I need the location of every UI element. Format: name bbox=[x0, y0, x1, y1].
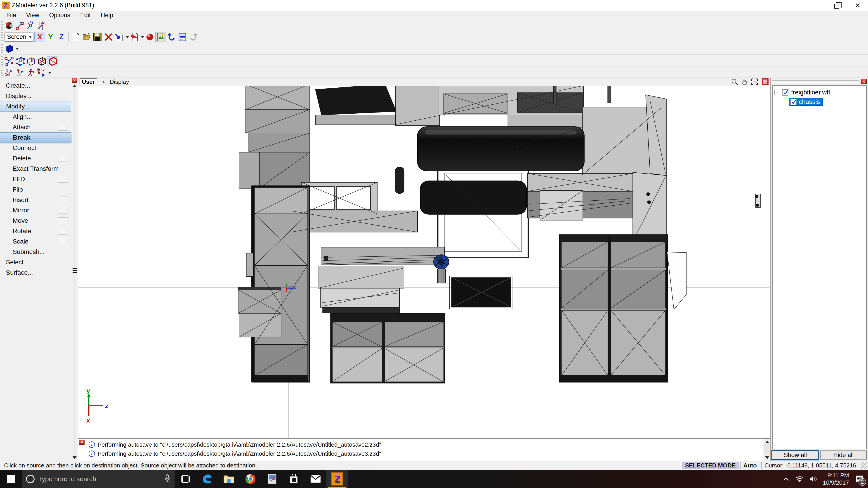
menu-file[interactable]: File bbox=[1, 11, 21, 19]
axis-z-toggle[interactable]: Z bbox=[56, 32, 67, 42]
compound-tools-icon[interactable] bbox=[36, 68, 47, 78]
edges-mode-button[interactable] bbox=[25, 56, 36, 66]
level-dropdown-icon[interactable] bbox=[16, 48, 19, 50]
faces-mode-button[interactable] bbox=[36, 56, 47, 66]
cmd-break[interactable]: Break bbox=[0, 132, 71, 143]
tray-chevron-icon[interactable] bbox=[780, 477, 793, 481]
delete-options-button[interactable] bbox=[58, 155, 68, 162]
chrome-icon[interactable] bbox=[240, 470, 261, 488]
minimize-button[interactable]: — bbox=[806, 0, 827, 11]
close-button[interactable]: ✕ bbox=[847, 0, 868, 11]
attach-options-button[interactable] bbox=[58, 124, 68, 131]
axis-x-toggle[interactable]: X bbox=[34, 32, 45, 42]
cmd-submesh[interactable]: Submesh... bbox=[0, 247, 71, 257]
pan-hand-icon[interactable] bbox=[740, 78, 749, 86]
show-all-button[interactable]: Show all bbox=[772, 451, 818, 459]
scroll-track[interactable] bbox=[74, 87, 75, 267]
viewport-maximize-button[interactable] bbox=[762, 78, 769, 85]
viewport-tab-user[interactable]: User bbox=[80, 78, 97, 86]
save-file-button[interactable] bbox=[92, 32, 103, 42]
cmd-move[interactable]: Move bbox=[0, 216, 71, 226]
root-label[interactable]: freightliner.wft bbox=[791, 89, 830, 96]
material-editor-button[interactable] bbox=[145, 32, 155, 42]
store-icon[interactable] bbox=[283, 470, 305, 488]
region-select-icon[interactable] bbox=[749, 78, 760, 86]
collapse-icon[interactable]: − bbox=[774, 90, 780, 95]
commands-close-icon[interactable]: ✕ bbox=[72, 78, 77, 83]
render-mode-icon[interactable] bbox=[4, 21, 14, 31]
breadcrumb-back[interactable]: < bbox=[102, 78, 105, 86]
export-dropdown-icon[interactable] bbox=[141, 36, 145, 38]
cmd-delete[interactable]: Delete bbox=[0, 153, 71, 164]
cmd-select[interactable]: Select... bbox=[0, 257, 71, 267]
menu-view[interactable]: View bbox=[21, 11, 44, 19]
chassis-visibility-checkbox[interactable] bbox=[790, 99, 797, 105]
new-file-button[interactable] bbox=[70, 32, 81, 42]
background-image-button[interactable] bbox=[155, 32, 166, 42]
import-button[interactable] bbox=[114, 32, 125, 42]
taskbar-search[interactable]: Type here to search bbox=[22, 470, 175, 488]
cmd-flip[interactable]: Flip bbox=[0, 184, 71, 195]
cmd-mirror[interactable]: Mirror bbox=[0, 205, 71, 216]
splitter-grip-icon[interactable] bbox=[72, 268, 76, 274]
vertex-tool-icon[interactable] bbox=[25, 21, 36, 31]
axis-y-toggle[interactable]: Y bbox=[45, 32, 56, 42]
menu-help[interactable]: Help bbox=[96, 11, 118, 19]
objects-mode-button[interactable] bbox=[47, 56, 58, 66]
log-scrollbar[interactable] bbox=[764, 439, 770, 461]
view-mode-select[interactable]: Screen ▾ bbox=[4, 33, 33, 41]
object-level-icon[interactable] bbox=[4, 44, 14, 54]
restore-button[interactable] bbox=[827, 0, 847, 11]
skeleton-icon[interactable] bbox=[25, 68, 36, 78]
redo-button[interactable] bbox=[188, 32, 199, 42]
cube-vertices-button[interactable] bbox=[14, 56, 25, 66]
move-options-button[interactable] bbox=[58, 217, 68, 224]
cmd-surface[interactable]: Surface... bbox=[0, 267, 71, 278]
tree-row-root[interactable]: − freightliner.wft bbox=[774, 88, 865, 97]
import-dropdown-icon[interactable] bbox=[125, 36, 129, 38]
menu-edit[interactable]: Edit bbox=[75, 11, 96, 19]
undo-button[interactable] bbox=[166, 32, 177, 42]
status-auto[interactable]: Auto bbox=[740, 462, 760, 469]
paint-icon[interactable] bbox=[261, 470, 283, 488]
scroll-track[interactable] bbox=[74, 275, 75, 455]
microphone-icon[interactable] bbox=[164, 474, 170, 484]
uv-mapper-gray-icon[interactable] bbox=[4, 68, 14, 78]
mail-icon[interactable] bbox=[305, 470, 327, 488]
cmd-ffd[interactable]: FFD bbox=[0, 174, 71, 184]
action-center-button[interactable]: 2 bbox=[852, 470, 867, 488]
zoom-icon[interactable] bbox=[730, 78, 740, 86]
open-file-button[interactable] bbox=[81, 32, 92, 42]
wifi-icon[interactable] bbox=[794, 475, 806, 483]
vertices-mode-button[interactable] bbox=[4, 56, 14, 66]
cmd-scale[interactable]: Scale bbox=[0, 236, 71, 247]
grid-snap-icon[interactable] bbox=[36, 21, 47, 31]
scroll-up-icon[interactable] bbox=[72, 85, 76, 87]
commands-scrollbar[interactable]: ✕ bbox=[71, 78, 78, 461]
hide-all-button[interactable]: Hide all bbox=[820, 451, 867, 459]
insert-options-button[interactable] bbox=[58, 197, 68, 203]
cmd-create[interactable]: Create... bbox=[0, 80, 71, 91]
cmd-attach[interactable]: Attach bbox=[0, 122, 71, 132]
scroll-down-icon[interactable] bbox=[765, 456, 769, 459]
helpers-dropdown-icon[interactable] bbox=[48, 72, 52, 74]
rotate-options-button[interactable] bbox=[58, 228, 68, 234]
tree-row-chassis[interactable]: chassis bbox=[782, 97, 865, 107]
delete-button[interactable] bbox=[103, 32, 114, 42]
viewport-canvas[interactable]: y z x bbox=[78, 86, 770, 438]
cmd-display[interactable]: Display... bbox=[0, 91, 71, 101]
cmd-modify[interactable]: Modify... bbox=[0, 101, 71, 111]
cmd-align[interactable]: Align... bbox=[0, 111, 71, 122]
log-window-button[interactable] bbox=[177, 32, 188, 42]
edge-tool-icon[interactable] bbox=[14, 21, 25, 31]
export-button[interactable] bbox=[129, 32, 140, 42]
panel-gripper[interactable] bbox=[772, 80, 859, 83]
mirror-options-button[interactable] bbox=[58, 207, 68, 214]
cmd-insert[interactable]: Insert bbox=[0, 195, 71, 205]
volume-icon[interactable] bbox=[807, 475, 819, 483]
root-visibility-checkbox[interactable] bbox=[782, 89, 788, 96]
resize-grip-icon[interactable] bbox=[861, 462, 867, 469]
zmodeler-taskbar-icon[interactable]: Z bbox=[327, 470, 348, 488]
cmd-rotate[interactable]: Rotate bbox=[0, 226, 71, 236]
menu-options[interactable]: Options bbox=[44, 11, 75, 19]
